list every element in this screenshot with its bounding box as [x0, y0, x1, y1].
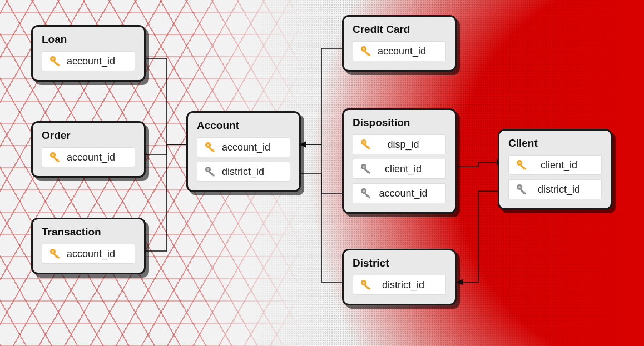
entity-order: Order account_id — [31, 121, 146, 178]
field-account-id: account_id — [42, 147, 135, 167]
key-icon — [204, 141, 216, 153]
entity-title: Transaction — [42, 226, 135, 238]
entity-account: Account account_id district_id — [186, 111, 301, 192]
entity-transaction: Transaction account_id — [31, 218, 146, 274]
field-label: district_id — [533, 184, 595, 195]
key-icon — [360, 138, 372, 151]
field-account-id: account_id — [197, 137, 290, 157]
entity-title: Account — [197, 119, 290, 132]
entity-client: Client client_id district_id — [498, 129, 612, 210]
entity-district: District district_id — [342, 249, 457, 305]
field-label: account_id — [67, 56, 128, 67]
entity-title: Credit Card — [353, 23, 446, 36]
field-label: account_id — [378, 46, 439, 57]
key-icon — [49, 55, 61, 67]
key-icon — [49, 248, 61, 260]
field-label: district_id — [378, 279, 439, 291]
entity-title: Order — [42, 129, 135, 142]
key-icon — [516, 183, 528, 195]
key-icon — [360, 279, 372, 291]
field-disp-id: disp_id — [353, 134, 446, 154]
entity-disposition: Disposition disp_id client_id account_id — [342, 108, 457, 214]
entity-title: Client — [508, 137, 602, 149]
field-account-id: account_id — [353, 183, 446, 203]
key-icon — [360, 163, 372, 175]
field-district-id: district_id — [197, 162, 290, 182]
field-label: account_id — [222, 142, 283, 153]
field-client-id: client_id — [353, 159, 446, 179]
field-label: account_id — [67, 248, 128, 260]
field-account-id: account_id — [353, 41, 446, 61]
field-label: account_id — [378, 188, 439, 199]
field-label: account_id — [67, 152, 128, 163]
key-icon — [204, 166, 216, 178]
entity-credit-card: Credit Card account_id — [342, 15, 457, 72]
key-icon — [360, 187, 372, 199]
field-account-id: account_id — [42, 51, 135, 71]
field-district-id: district_id — [508, 179, 602, 199]
field-label: client_id — [533, 159, 595, 171]
entity-title: District — [353, 257, 446, 269]
field-client-id: client_id — [508, 155, 602, 175]
field-label: client_id — [378, 163, 439, 175]
key-icon — [360, 45, 372, 57]
key-icon — [49, 151, 61, 163]
field-district-id: district_id — [353, 275, 446, 295]
entity-title: Loan — [42, 33, 135, 46]
field-label: district_id — [222, 166, 283, 178]
entity-title: Disposition — [353, 117, 446, 129]
field-account-id: account_id — [42, 244, 135, 264]
key-icon — [516, 159, 528, 171]
field-label: disp_id — [378, 139, 439, 151]
entity-loan: Loan account_id — [31, 25, 146, 82]
